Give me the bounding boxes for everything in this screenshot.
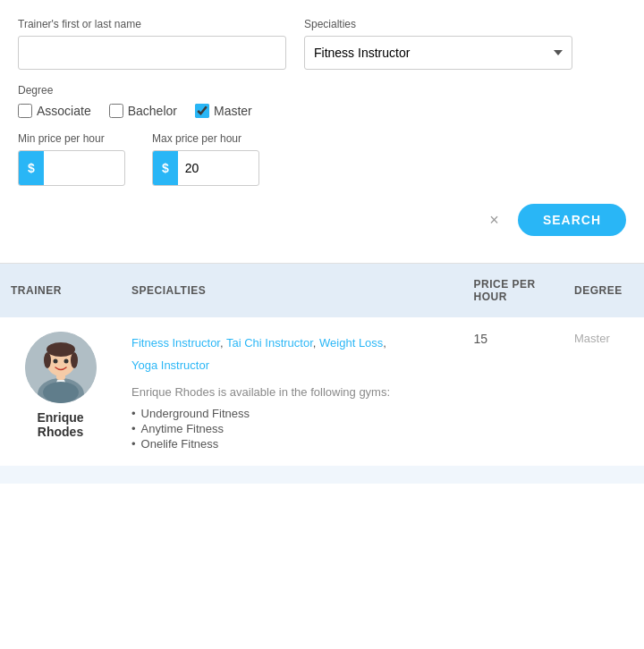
col-trainer: TRAINER (0, 264, 121, 317)
min-price-wrap: $ (18, 150, 125, 186)
specialties-cell: Fitness Instructor, Tai Chi Instructor, … (121, 317, 463, 466)
avatar-image (25, 332, 97, 403)
specialties-label: Specialties (304, 18, 572, 30)
trainer-name-group: Trainer's first or last name (18, 18, 286, 70)
trainer-cell: EnriqueRhodes (0, 317, 121, 466)
min-price-label: Min price per hour (18, 132, 125, 145)
clear-button[interactable]: × (485, 211, 504, 230)
degree-checkboxes: Associate Bachelor Master (18, 104, 626, 118)
svg-point-4 (47, 342, 75, 357)
associate-label: Associate (37, 104, 91, 118)
svg-point-6 (71, 352, 78, 368)
max-price-label: Max price per hour (152, 132, 259, 145)
max-price-group: Max price per hour $ (152, 132, 259, 186)
degree-section: Degree Associate Bachelor Master (18, 84, 626, 118)
specialty-yoga[interactable]: Yoga Instructor (131, 358, 209, 372)
bachelor-checkbox-input[interactable] (109, 104, 123, 118)
table-body: EnriqueRhodes Fitness Instructor, Tai Ch… (0, 317, 644, 466)
table-header: TRAINER SPECIALTIES PRICE PER HOUR DEGRE… (0, 264, 644, 317)
specialties-group: Specialties Fitness Instructor Yoga Inst… (304, 18, 572, 70)
degree-cell: Master (564, 317, 644, 466)
svg-point-5 (44, 352, 51, 368)
master-checkbox[interactable]: Master (195, 104, 252, 118)
price-row: Min price per hour $ Max price per hour … (18, 132, 626, 186)
price-cell: 15 (463, 317, 564, 466)
results-table: TRAINER SPECIALTIES PRICE PER HOUR DEGRE… (0, 264, 644, 466)
degree-label: Degree (18, 84, 626, 97)
availability-text: Enrique Rhodes is available in the follo… (131, 385, 453, 399)
specialty-fitness[interactable]: Fitness Instructor (131, 336, 220, 350)
min-price-prefix: $ (19, 151, 44, 185)
specialty-weightloss[interactable]: Weight Loss (319, 336, 383, 350)
col-price: PRICE PER HOUR (463, 264, 564, 317)
specialties-select[interactable]: Fitness Instructor Yoga Instructor Tai C… (304, 36, 572, 70)
trainer-name-label: Trainer's first or last name (18, 18, 286, 30)
min-price-group: Min price per hour $ (18, 132, 125, 186)
table-row: EnriqueRhodes Fitness Instructor, Tai Ch… (0, 317, 644, 466)
associate-checkbox-input[interactable] (18, 104, 32, 118)
specialty-taichi[interactable]: Tai Chi Instructor (226, 336, 313, 350)
master-label: Master (214, 104, 252, 118)
svg-point-8 (64, 359, 68, 364)
results-section: TRAINER SPECIALTIES PRICE PER HOUR DEGRE… (0, 264, 644, 484)
bachelor-label: Bachelor (128, 104, 177, 118)
col-specialties: SPECIALTIES (121, 264, 463, 317)
actions-row: × SEARCH (18, 204, 626, 236)
max-price-prefix: $ (153, 151, 178, 185)
svg-point-7 (53, 359, 57, 364)
max-price-input[interactable] (178, 151, 241, 185)
specialties-tags: Fitness Instructor, Tai Chi Instructor, … (131, 332, 453, 376)
gyms-list: Underground Fitness Anytime Fitness Onel… (131, 406, 453, 451)
svg-point-10 (43, 382, 79, 403)
trainer-name-input[interactable] (18, 36, 286, 70)
gym-item: Anytime Fitness (131, 421, 453, 436)
trainer-name: EnriqueRhodes (11, 410, 110, 439)
col-degree: DEGREE (564, 264, 644, 317)
gym-item: Underground Fitness (131, 406, 453, 421)
gym-item: Onelife Fitness (131, 436, 453, 451)
avatar (25, 332, 97, 403)
bachelor-checkbox[interactable]: Bachelor (109, 104, 177, 118)
min-price-input[interactable] (44, 151, 106, 185)
master-checkbox-input[interactable] (195, 104, 209, 118)
max-price-wrap: $ (152, 150, 259, 186)
search-button[interactable]: SEARCH (518, 204, 626, 236)
associate-checkbox[interactable]: Associate (18, 104, 91, 118)
header-row: TRAINER SPECIALTIES PRICE PER HOUR DEGRE… (0, 264, 644, 317)
